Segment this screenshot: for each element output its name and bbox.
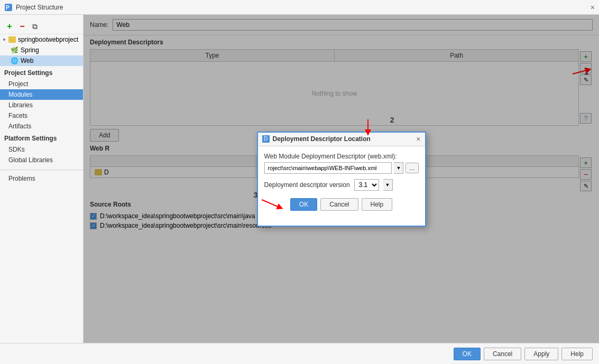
sidebar-item-modules[interactable]: Modules bbox=[0, 89, 83, 100]
modal-body: Web Module Deployment Descriptor (web.xm… bbox=[258, 146, 425, 217]
sidebar-item-global-libraries[interactable]: Global Libraries bbox=[0, 155, 83, 165]
modal-field-descriptor: Web Module Deployment Descriptor (web.xm… bbox=[264, 153, 419, 174]
title-bar-left: P Project Structure bbox=[4, 3, 63, 12]
modal-field-version: Deployment descriptor version 2.3 2.4 2.… bbox=[264, 179, 419, 191]
modal-close-button[interactable]: × bbox=[416, 135, 420, 143]
tree-web-label: Web bbox=[21, 57, 33, 64]
tree-root-label: springbootwebproject bbox=[18, 36, 78, 43]
window-title: Project Structure bbox=[16, 4, 63, 11]
modal-version-dropdown[interactable]: ▼ bbox=[383, 179, 393, 191]
modal-overlay: 2 D Deployment Descriptor Location × bbox=[84, 15, 599, 343]
cancel-button[interactable]: Cancel bbox=[484, 348, 521, 360]
title-bar: P Project Structure × bbox=[0, 0, 599, 15]
add-button[interactable]: + bbox=[4, 21, 15, 32]
sidebar-item-sdks[interactable]: SDKs bbox=[0, 144, 83, 155]
modal-descriptor-dropdown[interactable]: ▼ bbox=[394, 162, 403, 174]
apply-button[interactable]: Apply bbox=[524, 348, 558, 360]
platform-settings-header: Platform Settings bbox=[0, 132, 83, 144]
remove-button[interactable]: − bbox=[17, 21, 27, 32]
svg-text:P: P bbox=[6, 5, 10, 11]
tree-expand-icon: ▼ bbox=[2, 38, 6, 42]
modal-title-left: D Deployment Descriptor Location bbox=[262, 135, 371, 143]
modal-version-select[interactable]: 2.3 2.4 2.5 3.0 3.1 4.0 bbox=[354, 179, 379, 191]
modal-cancel-button[interactable]: Cancel bbox=[320, 198, 358, 211]
sidebar-item-libraries[interactable]: Libraries bbox=[0, 100, 83, 110]
sidebar-item-facets[interactable]: Facets bbox=[0, 110, 83, 121]
modal-wrapper: 2 D Deployment Descriptor Location × bbox=[257, 132, 426, 227]
help-button[interactable]: Help bbox=[561, 348, 593, 360]
modal-app-icon: D bbox=[262, 135, 270, 143]
main-layout: + − ⧉ ▼ springbootwebproject 🌿 Spring 🌐 … bbox=[0, 15, 599, 343]
close-button[interactable]: × bbox=[591, 3, 595, 12]
modal-field1-label: Web Module Deployment Descriptor (web.xm… bbox=[264, 153, 419, 160]
web-icon: 🌐 bbox=[11, 57, 19, 64]
modal-help-button[interactable]: Help bbox=[362, 198, 393, 211]
bottom-bar: OK Cancel Apply Help bbox=[0, 343, 599, 364]
annotation-2: 2 bbox=[390, 116, 394, 124]
modal-buttons: OK Cancel Help bbox=[264, 198, 419, 211]
modal-title-bar: D Deployment Descriptor Location × bbox=[258, 133, 425, 146]
sidebar-item-project[interactable]: Project bbox=[0, 79, 83, 89]
app-icon: P bbox=[4, 3, 13, 12]
modal-browse-button[interactable]: ... bbox=[406, 163, 418, 173]
copy-button[interactable]: ⧉ bbox=[30, 21, 40, 32]
modal-version-label: Deployment descriptor version bbox=[264, 181, 350, 189]
modal-ok-button[interactable]: OK bbox=[290, 198, 317, 211]
modal-descriptor-input[interactable] bbox=[264, 162, 392, 174]
tree-root[interactable]: ▼ springbootwebproject bbox=[0, 34, 83, 45]
sidebar-item-artifacts[interactable]: Artifacts bbox=[0, 121, 83, 132]
modal-title-text: Deployment Descriptor Location bbox=[273, 135, 371, 143]
annotation-3: 3 bbox=[254, 191, 258, 199]
modal-select-row: Deployment descriptor version 2.3 2.4 2.… bbox=[264, 179, 419, 191]
tree-spring[interactable]: 🌿 Spring bbox=[0, 45, 83, 55]
sidebar-item-problems[interactable]: Problems bbox=[0, 173, 83, 184]
content-area: Name: Deployment Descriptors Type Path N… bbox=[84, 15, 599, 343]
tree-spring-label: Spring bbox=[21, 46, 39, 54]
spring-icon: 🌿 bbox=[11, 46, 19, 54]
modal-input-row: ▼ ... bbox=[264, 162, 419, 174]
sidebar: + − ⧉ ▼ springbootwebproject 🌿 Spring 🌐 … bbox=[0, 15, 84, 343]
deployment-descriptor-dialog: D Deployment Descriptor Location × Web M… bbox=[257, 132, 426, 227]
tree-web[interactable]: 🌐 Web bbox=[0, 55, 83, 66]
folder-icon bbox=[8, 36, 16, 43]
ok-button[interactable]: OK bbox=[454, 348, 481, 360]
sidebar-toolbar: + − ⧉ bbox=[0, 19, 83, 34]
project-settings-header: Project Settings bbox=[0, 66, 83, 79]
